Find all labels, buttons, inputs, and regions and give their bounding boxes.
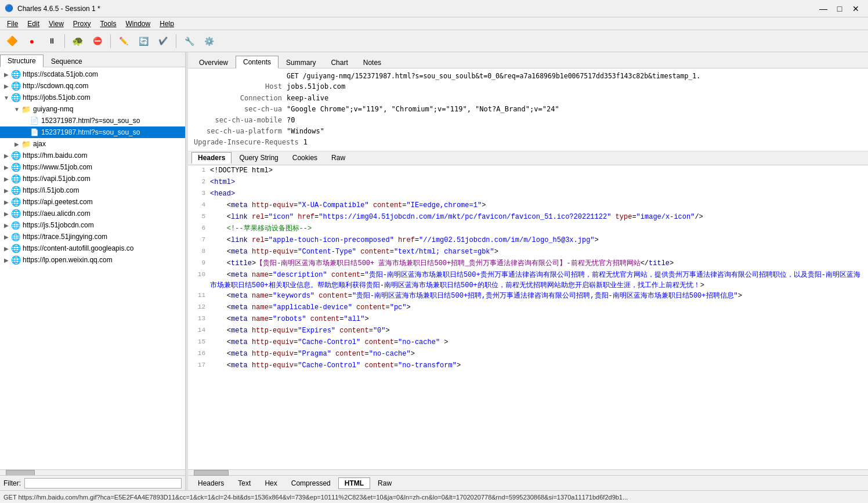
sec-ch-ua-value: "Google Chrome";v="119", "Chromium";v="1… [287, 104, 559, 115]
line-number: 6 [191, 223, 210, 235]
pause-button[interactable]: ⏸ [43, 32, 60, 50]
sec-ch-ua-mobile-label: sec-ch-ua-mobile [194, 115, 287, 126]
tree-item-js51[interactable]: ▶ 🌐 https://js.51jobcdn.com [0, 219, 185, 231]
tab-sequence[interactable]: Sequence [44, 55, 90, 67]
right-panel-tabs: Overview Contents Summary Chart Notes [188, 52, 868, 68]
breakpoint-button[interactable]: ⛔ [89, 32, 106, 50]
tools-button[interactable]: 🔧 [180, 32, 198, 50]
menu-window[interactable]: Window [121, 19, 155, 29]
left-panel: Structure Sequence ▶ 🌐 https://scdata.51… [0, 52, 186, 490]
tree-item-guiyang[interactable]: ▼ 📁 guiyang-nmq [0, 103, 185, 115]
line-content: <meta name="applicable-device" content="… [210, 302, 865, 314]
tree-item-scdown[interactable]: ▶ 🌐 http://scdown.qq.com [0, 80, 185, 92]
settings-icon: ⚙️ [204, 37, 214, 46]
tree-item-www51[interactable]: ▶ 🌐 https://www.51job.com [0, 161, 185, 173]
filter-input[interactable] [24, 478, 182, 488]
throttle-button[interactable]: 🐢 [69, 32, 86, 50]
line-content: <title>【贵阳-南明区蓝海市场兼职日结500+ 蓝海市场兼职日结500+招… [210, 258, 865, 270]
line-content: <html> [210, 177, 865, 189]
connection-value: keep-alive [287, 93, 328, 104]
tree-item-scdata[interactable]: ▶ 🌐 https://scdata.51job.com [0, 68, 185, 80]
stop-recording-button[interactable]: ● [23, 32, 41, 50]
subtab-cookies[interactable]: Cookies [286, 152, 324, 164]
subtab-raw[interactable]: Raw [325, 152, 352, 164]
line-number: 16 [191, 349, 210, 360]
tree-area[interactable]: ▶ 🌐 https://scdata.51job.com ▶ 🌐 http://… [0, 67, 185, 469]
code-line: 10 <meta name="description" content="贵阳-… [188, 270, 868, 291]
code-area[interactable]: 1<!DOCTYPE html>2<html>3<head>4 <meta ht… [188, 165, 868, 469]
tab-overview[interactable]: Overview [191, 56, 236, 68]
line-number: 3 [191, 189, 210, 200]
tree-item-file1[interactable]: 📄 152371987.html?s=sou_sou_so [0, 115, 185, 126]
tree-label: 152371987.html?s=sou_sou_so [41, 128, 140, 136]
scroll-thumb[interactable] [194, 470, 229, 476]
globe-icon: 🌐 [10, 255, 21, 265]
bottomtab-text[interactable]: Text [232, 477, 257, 489]
tree-item-trace[interactable]: ▶ 🌐 https://trace.51jingying.com [0, 231, 185, 243]
filter-bar: Filter: [0, 475, 185, 490]
tree-item-baidu[interactable]: ▶ 🌐 https://hm.baidu.com [0, 150, 185, 161]
tab-structure[interactable]: Structure [0, 55, 44, 67]
maximize-button[interactable]: □ [832, 1, 847, 16]
line-content: <link rel="icon" href="https://img04.51j… [210, 212, 865, 223]
globe-small-icon: 🌐 [10, 231, 21, 242]
code-line: 11 <meta name="keywords" content="贵阳-南明区… [188, 291, 868, 302]
code-line: 9 <title>【贵阳-南明区蓝海市场兼职日结500+ 蓝海市场兼职日结500… [188, 258, 868, 270]
bottomtab-html[interactable]: HTML [338, 477, 370, 489]
left-horizontal-scrollbar[interactable] [0, 469, 185, 475]
menu-file[interactable]: File [2, 19, 23, 29]
subtab-querystring[interactable]: Query String [233, 152, 284, 164]
tab-notes[interactable]: Notes [356, 56, 389, 68]
status-text: GET https://hm.baidu.com/hm.gif?hca=E5E2… [3, 494, 628, 501]
settings-button[interactable]: ⚙️ [200, 32, 218, 50]
globe-icon: 🌐 [10, 185, 21, 196]
minimize-button[interactable]: — [816, 1, 831, 16]
tree-item-vapi51[interactable]: ▶ 🌐 https://vapi.51job.com [0, 173, 185, 184]
tree-label: 152371987.html?s=sou_sou_so [41, 117, 140, 125]
tree-item-alicdn[interactable]: ▶ 🌐 https://aeu.alicdn.com [0, 208, 185, 219]
tab-contents[interactable]: Contents [236, 56, 279, 68]
bottomtab-raw[interactable]: Raw [371, 477, 398, 489]
menu-proxy[interactable]: Proxy [68, 19, 96, 29]
tree-item-autofill[interactable]: ▶ 🌐 https://content-autofill.googleapis.… [0, 243, 185, 254]
tab-summary[interactable]: Summary [279, 56, 323, 68]
code-line: 12 <meta name="applicable-device" conten… [188, 302, 868, 314]
tree-item-ajax[interactable]: ▶ 📁 ajax [0, 138, 185, 150]
bottomtab-headers[interactable]: Headers [191, 477, 230, 489]
separator-3 [176, 34, 176, 48]
upgrade-label: Upgrade-Insecure-Requests [194, 137, 303, 148]
menu-view[interactable]: View [44, 19, 68, 29]
menu-edit[interactable]: Edit [23, 19, 44, 29]
compose-button[interactable]: ✏️ [115, 32, 132, 50]
tree-item-geetest[interactable]: ▶ 🌐 https://api.geetest.com [0, 196, 185, 208]
tree-item-i51[interactable]: ▶ 🌐 https://i.51job.com [0, 184, 185, 196]
tab-chart[interactable]: Chart [323, 56, 355, 68]
tree-label: https://content-autofill.googleapis.co [23, 244, 133, 252]
code-line: 1<!DOCTYPE html> [188, 165, 868, 177]
edit-icon: ✏️ [119, 37, 128, 45]
window-title: Charles 4.6.5 - Session 1 * [17, 5, 816, 13]
code-line: 17 <meta http-equiv="Cache-Control" cont… [188, 360, 868, 372]
start-icon: 🔶 [6, 35, 18, 46]
host-value: jobs.51job.com [287, 81, 345, 92]
menu-help[interactable]: Help [155, 19, 179, 29]
tree-label: https://api.geetest.com [23, 198, 93, 206]
line-number: 2 [191, 177, 210, 189]
menu-tools[interactable]: Tools [96, 19, 121, 29]
start-recording-button[interactable]: 🔶 [3, 32, 21, 50]
line-number: 15 [191, 337, 210, 349]
repeat-button[interactable]: 🔄 [135, 32, 152, 50]
horizontal-scrollbar[interactable] [188, 469, 868, 475]
subtab-headers[interactable]: Headers [191, 152, 232, 164]
validate-button[interactable]: ✔️ [154, 32, 172, 50]
tree-item-file2[interactable]: 📄 152371987.html?s=sou_sou_so [0, 126, 185, 138]
code-line: 16 <meta http-equiv="Pragma" content="no… [188, 349, 868, 360]
bottomtab-compressed[interactable]: Compressed [285, 477, 337, 489]
bottomtab-hex[interactable]: Hex [258, 477, 283, 489]
tree-item-weixin[interactable]: ▶ 🌐 https://lp.open.weixin.qq.com [0, 254, 185, 266]
close-button[interactable]: ✕ [848, 1, 863, 16]
line-number: 12 [191, 302, 210, 314]
tree-item-jobs51[interactable]: ▼ 🌐 https://jobs.51job.com [0, 92, 185, 103]
upgrade-value: 1 [303, 137, 308, 148]
code-line: 6 <!--苹果移动设备图标--> [188, 223, 868, 235]
